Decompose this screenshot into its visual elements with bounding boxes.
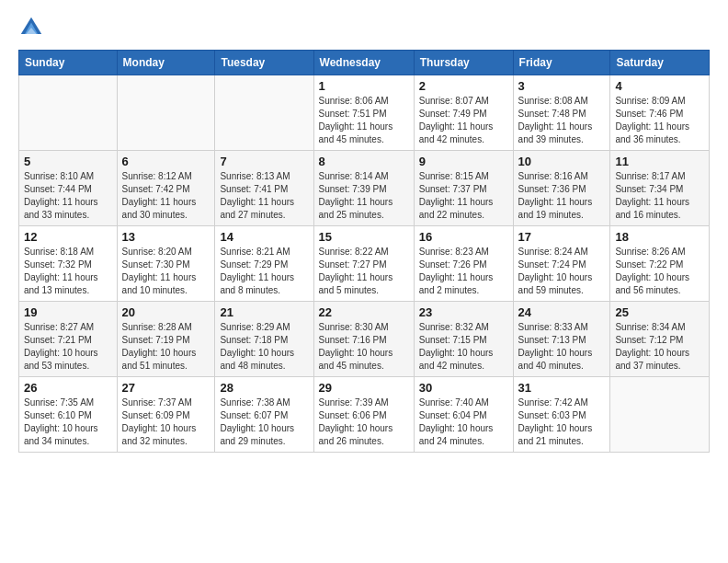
day-number: 6 [122,155,210,168]
day-info: Sunrise: 8:16 AMSunset: 7:36 PMDaylight:… [518,170,606,222]
day-cell-15: 15Sunrise: 8:22 AMSunset: 7:27 PMDayligh… [313,226,414,302]
day-cell-6: 6Sunrise: 8:12 AMSunset: 7:42 PMDaylight… [117,151,215,226]
day-info: Sunrise: 8:32 AMSunset: 7:15 PMDaylight:… [419,321,508,373]
day-info: Sunrise: 7:35 AMSunset: 6:10 PMDaylight:… [24,396,112,448]
header [18,15,710,40]
day-info: Sunrise: 8:15 AMSunset: 7:37 PMDaylight:… [419,170,508,222]
day-cell-8: 8Sunrise: 8:14 AMSunset: 7:39 PMDaylight… [313,151,414,226]
day-cell-9: 9Sunrise: 8:15 AMSunset: 7:37 PMDaylight… [414,151,513,226]
day-number: 10 [518,155,606,168]
day-number: 15 [319,230,409,244]
weekday-header-friday: Friday [513,51,610,75]
day-number: 2 [419,79,508,93]
day-info: Sunrise: 8:10 AMSunset: 7:44 PMDaylight:… [24,170,112,222]
day-number: 8 [319,155,409,168]
day-cell-4: 4Sunrise: 8:09 AMSunset: 7:46 PMDaylight… [610,75,710,151]
day-cell-27: 27Sunrise: 7:37 AMSunset: 6:09 PMDayligh… [117,377,215,453]
weekday-header-sunday: Sunday [19,51,118,75]
day-cell-26: 26Sunrise: 7:35 AMSunset: 6:10 PMDayligh… [19,377,118,453]
day-number: 11 [615,155,704,168]
empty-cell [215,75,313,151]
weekday-header-saturday: Saturday [610,51,710,75]
day-cell-7: 7Sunrise: 8:13 AMSunset: 7:41 PMDaylight… [215,151,313,226]
day-info: Sunrise: 8:20 AMSunset: 7:30 PMDaylight:… [122,246,210,297]
day-cell-12: 12Sunrise: 8:18 AMSunset: 7:32 PMDayligh… [19,226,118,302]
day-info: Sunrise: 7:42 AMSunset: 6:03 PMDaylight:… [518,396,606,448]
day-cell-28: 28Sunrise: 7:38 AMSunset: 6:07 PMDayligh… [215,377,313,453]
day-cell-16: 16Sunrise: 8:23 AMSunset: 7:26 PMDayligh… [414,226,513,302]
weekday-header-tuesday: Tuesday [215,51,313,75]
day-number: 24 [518,305,606,319]
week-row-1: 1Sunrise: 8:06 AMSunset: 7:51 PMDaylight… [19,75,710,151]
day-info: Sunrise: 8:13 AMSunset: 7:41 PMDaylight:… [220,170,308,222]
day-info: Sunrise: 8:18 AMSunset: 7:32 PMDaylight:… [24,246,112,297]
day-cell-25: 25Sunrise: 8:34 AMSunset: 7:12 PMDayligh… [610,302,710,377]
day-info: Sunrise: 7:37 AMSunset: 6:09 PMDaylight:… [122,396,210,448]
day-cell-1: 1Sunrise: 8:06 AMSunset: 7:51 PMDaylight… [313,75,414,151]
day-info: Sunrise: 8:33 AMSunset: 7:13 PMDaylight:… [518,321,606,373]
day-number: 14 [220,230,308,244]
day-cell-5: 5Sunrise: 8:10 AMSunset: 7:44 PMDaylight… [19,151,118,226]
day-number: 31 [518,381,606,395]
weekday-header-wednesday: Wednesday [313,51,414,75]
day-number: 9 [419,155,508,168]
day-cell-14: 14Sunrise: 8:21 AMSunset: 7:29 PMDayligh… [215,226,313,302]
day-cell-19: 19Sunrise: 8:27 AMSunset: 7:21 PMDayligh… [19,302,118,377]
day-number: 20 [122,305,210,319]
day-info: Sunrise: 8:30 AMSunset: 7:16 PMDaylight:… [319,321,409,373]
logo-icon [18,15,44,40]
day-number: 5 [24,155,112,168]
day-info: Sunrise: 8:09 AMSunset: 7:46 PMDaylight:… [615,95,704,146]
day-cell-30: 30Sunrise: 7:40 AMSunset: 6:04 PMDayligh… [414,377,513,453]
day-number: 28 [220,381,308,395]
day-cell-2: 2Sunrise: 8:07 AMSunset: 7:49 PMDaylight… [414,75,513,151]
day-number: 22 [319,305,409,319]
day-number: 26 [24,381,112,395]
empty-cell [19,75,118,151]
week-row-4: 19Sunrise: 8:27 AMSunset: 7:21 PMDayligh… [19,302,710,377]
day-number: 1 [319,79,409,93]
day-info: Sunrise: 8:08 AMSunset: 7:48 PMDaylight:… [518,95,606,146]
day-info: Sunrise: 8:21 AMSunset: 7:29 PMDaylight:… [220,246,308,297]
day-info: Sunrise: 8:12 AMSunset: 7:42 PMDaylight:… [122,170,210,222]
day-info: Sunrise: 7:40 AMSunset: 6:04 PMDaylight:… [419,396,508,448]
day-cell-31: 31Sunrise: 7:42 AMSunset: 6:03 PMDayligh… [513,377,610,453]
day-info: Sunrise: 8:22 AMSunset: 7:27 PMDaylight:… [319,246,409,297]
day-info: Sunrise: 7:38 AMSunset: 6:07 PMDaylight:… [220,396,308,448]
day-number: 21 [220,305,308,319]
day-info: Sunrise: 8:14 AMSunset: 7:39 PMDaylight:… [319,170,409,222]
day-cell-3: 3Sunrise: 8:08 AMSunset: 7:48 PMDaylight… [513,75,610,151]
day-cell-21: 21Sunrise: 8:29 AMSunset: 7:18 PMDayligh… [215,302,313,377]
day-cell-24: 24Sunrise: 8:33 AMSunset: 7:13 PMDayligh… [513,302,610,377]
day-number: 16 [419,230,508,244]
empty-cell [610,377,710,453]
weekday-header-thursday: Thursday [414,51,513,75]
day-info: Sunrise: 8:26 AMSunset: 7:22 PMDaylight:… [615,246,704,297]
day-cell-23: 23Sunrise: 8:32 AMSunset: 7:15 PMDayligh… [414,302,513,377]
week-row-5: 26Sunrise: 7:35 AMSunset: 6:10 PMDayligh… [19,377,710,453]
day-number: 25 [615,305,704,319]
day-number: 30 [419,381,508,395]
day-info: Sunrise: 8:23 AMSunset: 7:26 PMDaylight:… [419,246,508,297]
calendar: SundayMondayTuesdayWednesdayThursdayFrid… [18,50,710,453]
day-cell-18: 18Sunrise: 8:26 AMSunset: 7:22 PMDayligh… [610,226,710,302]
day-cell-22: 22Sunrise: 8:30 AMSunset: 7:16 PMDayligh… [313,302,414,377]
day-info: Sunrise: 8:27 AMSunset: 7:21 PMDaylight:… [24,321,112,373]
day-cell-29: 29Sunrise: 7:39 AMSunset: 6:06 PMDayligh… [313,377,414,453]
day-number: 17 [518,230,606,244]
day-number: 7 [220,155,308,168]
day-cell-13: 13Sunrise: 8:20 AMSunset: 7:30 PMDayligh… [117,226,215,302]
logo [18,15,48,40]
empty-cell [117,75,215,151]
day-info: Sunrise: 7:39 AMSunset: 6:06 PMDaylight:… [319,396,409,448]
day-info: Sunrise: 8:28 AMSunset: 7:19 PMDaylight:… [122,321,210,373]
day-info: Sunrise: 8:06 AMSunset: 7:51 PMDaylight:… [319,95,409,146]
day-info: Sunrise: 8:29 AMSunset: 7:18 PMDaylight:… [220,321,308,373]
week-row-3: 12Sunrise: 8:18 AMSunset: 7:32 PMDayligh… [19,226,710,302]
page: SundayMondayTuesdayWednesdayThursdayFrid… [0,0,728,563]
week-row-2: 5Sunrise: 8:10 AMSunset: 7:44 PMDaylight… [19,151,710,226]
weekday-header-row: SundayMondayTuesdayWednesdayThursdayFrid… [19,51,710,75]
day-number: 4 [615,79,704,93]
day-info: Sunrise: 8:17 AMSunset: 7:34 PMDaylight:… [615,170,704,222]
day-info: Sunrise: 8:24 AMSunset: 7:24 PMDaylight:… [518,246,606,297]
